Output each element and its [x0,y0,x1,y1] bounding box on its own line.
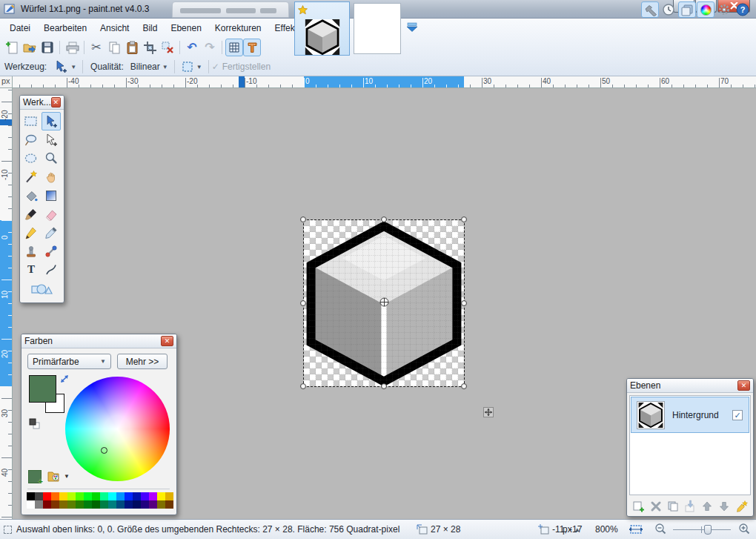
color-swatch[interactable] [51,500,59,509]
selection-handle-se[interactable] [461,383,467,389]
color-swatch[interactable] [116,500,125,509]
color-swatch[interactable] [67,492,76,500]
color-swatch[interactable] [141,492,149,500]
history-window-toggle[interactable] [660,1,677,18]
layers-window-toggle[interactable] [678,1,696,18]
color-swatch[interactable] [116,492,125,500]
layers-palette-close-button[interactable]: ✕ [737,380,750,391]
color-swatch[interactable] [125,492,133,500]
zoom-to-window-button[interactable] [629,523,643,536]
menu-item-datei[interactable]: Datei [3,21,37,36]
cut-button[interactable]: ✂ [87,39,105,56]
paste-button[interactable] [123,39,141,56]
selection-render-dropdown[interactable]: ▼ [178,59,205,75]
quality-dropdown[interactable]: Bilinear ▼ [127,60,171,73]
selection-handle-s[interactable] [381,383,387,389]
color-swatch[interactable] [125,500,133,509]
menu-item-ebenen[interactable]: Ebenen [164,21,208,36]
duplicate-layer-button[interactable] [666,499,680,514]
color-swatch[interactable] [157,500,165,509]
move-layer-down-button[interactable] [717,499,732,514]
unit-dropdown[interactable]: px ▲ [560,523,580,536]
tool-pan[interactable] [42,168,61,186]
color-wheel-indicator[interactable] [101,447,107,454]
layer-row[interactable]: Hintergrund ✓ [631,397,749,433]
color-swatch[interactable] [100,492,108,500]
color-swatch[interactable] [92,500,100,509]
tool-gradient[interactable] [42,186,61,205]
redo-button[interactable]: ↷ [201,39,219,56]
tool-magic-wand[interactable] [21,168,41,186]
colors-palette-close-button[interactable]: ✕ [161,336,173,346]
crop-button[interactable] [141,39,159,56]
color-swatch[interactable] [133,492,141,500]
current-tool-dropdown[interactable]: ▼ [50,58,79,76]
color-swatch[interactable] [76,500,84,509]
tool-zoom[interactable] [42,149,61,168]
finish-button[interactable]: ✓ Fertigstellen [212,62,271,72]
canvas[interactable] [304,220,464,386]
tool-rectangle-select[interactable] [21,112,41,130]
color-swatch[interactable] [43,492,51,500]
image-list-chevron-icon[interactable] [406,22,418,34]
toggle-rulers-button[interactable] [243,39,261,56]
layer-visible-checkbox[interactable]: ✓ [732,410,743,420]
tool-shapes[interactable] [21,279,62,297]
selection-handle-nw[interactable] [300,216,306,222]
tool-ellipse-select[interactable] [21,149,41,168]
color-swatch[interactable] [165,492,173,500]
print-button[interactable] [63,39,81,56]
tool-clone-stamp[interactable] [21,242,41,260]
move-layer-up-button[interactable] [700,499,714,514]
image-tab-second[interactable] [354,3,401,54]
color-swatch[interactable] [67,500,76,509]
tool-recolor[interactable] [42,242,61,260]
more-button[interactable]: Mehr >> [117,354,168,369]
tool-eraser[interactable] [42,205,61,223]
color-swatch[interactable] [84,492,92,500]
color-swatch[interactable] [35,492,43,500]
color-swatch[interactable] [133,500,141,509]
selection-center-handle[interactable] [379,297,389,307]
copy-button[interactable] [105,39,123,56]
add-color-button[interactable]: + [28,470,42,483]
merge-layer-down-button[interactable] [683,499,697,514]
toggle-grid-button[interactable] [225,39,243,56]
background-window-tab[interactable] [172,1,289,18]
tool-move-selection[interactable] [42,130,61,149]
selection-handle-sw[interactable] [300,383,306,389]
selection-handle-n[interactable] [381,216,387,222]
colors-palette-titlebar[interactable]: Farben ✕ [21,334,176,348]
help-button[interactable]: ? [734,1,752,18]
image-tab-current[interactable] [294,1,350,56]
selection-handle-ne[interactable] [461,216,467,222]
color-swatch[interactable] [43,500,51,509]
color-swatch[interactable] [100,500,108,509]
tool-move-selected-pixels[interactable] [42,112,61,130]
color-swatch[interactable] [165,500,173,509]
menu-item-bearbeiten[interactable]: Bearbeiten [37,21,93,36]
tool-pencil[interactable] [21,223,41,242]
color-swatch[interactable] [108,492,116,500]
tools-palette-titlebar[interactable]: Werk... ✕ [20,96,64,110]
color-swatch[interactable] [59,492,67,500]
menu-item-ansicht[interactable]: Ansicht [93,21,136,36]
tool-paint-bucket[interactable] [21,186,41,205]
color-swatch[interactable] [35,500,43,509]
color-swatch[interactable] [76,492,84,500]
chevron-down-icon[interactable]: ▼ [64,473,70,480]
color-swatch[interactable] [108,500,116,509]
primary-color-swatch[interactable] [29,375,56,403]
palette-menu-button[interactable] [46,469,61,484]
selection-handle-w[interactable] [300,300,306,306]
selection-handle-e[interactable] [461,300,467,306]
color-swatch[interactable] [149,492,157,500]
tools-window-toggle[interactable] [641,1,659,18]
colors-window-toggle[interactable] [697,1,714,18]
color-swatch[interactable] [141,500,149,509]
tool-paintbrush[interactable] [21,205,41,223]
save-button[interactable] [39,39,56,56]
tool-line-curve[interactable] [42,260,61,279]
color-swatch[interactable] [59,500,67,509]
undo-button[interactable]: ↶ [183,39,201,56]
